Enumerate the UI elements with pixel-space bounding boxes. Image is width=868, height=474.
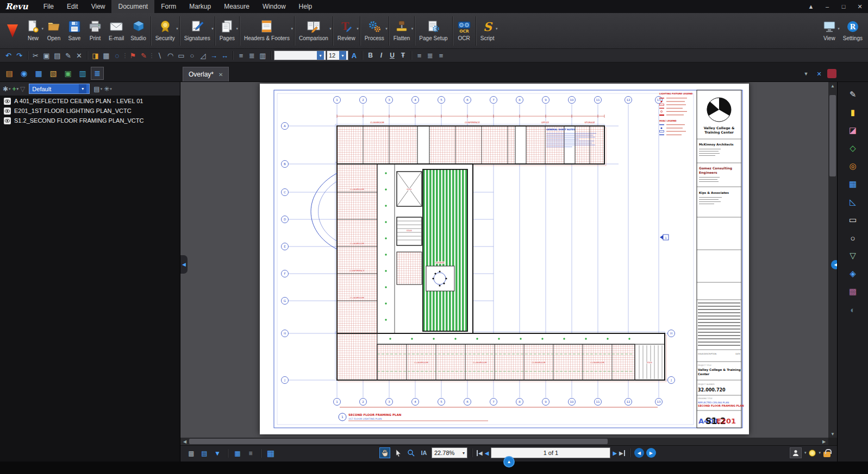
tool-chest-icon[interactable]: ◈ [846, 267, 860, 280]
settings-button[interactable]: R Settings [840, 15, 866, 47]
line-tool-button[interactable]: ∖ [154, 50, 165, 61]
red-panel-icon[interactable] [827, 69, 836, 78]
bluebeam-flame-icon[interactable] [5, 23, 20, 39]
script-button[interactable]: S ▾ Script [477, 15, 498, 47]
drag-handle[interactable]: ⋮ [123, 52, 127, 59]
signatures-button[interactable]: ▾ Signatures [181, 15, 214, 47]
dropdown-arrow-icon[interactable]: ▾ [211, 27, 214, 31]
eraser-tool-icon[interactable]: ◪ [846, 124, 860, 137]
license-lock-icon[interactable] [823, 452, 830, 457]
open-button[interactable]: Open [43, 15, 64, 47]
menu-markup[interactable]: Markup [183, 0, 217, 13]
web-tab-icon[interactable]: ◐ [846, 303, 860, 316]
zoom-tool-button[interactable] [405, 447, 416, 458]
menu-measure[interactable]: Measure [217, 0, 256, 13]
snap-lines-icon[interactable]: ≡ [245, 448, 256, 459]
vertical-scroll-thumb[interactable] [829, 95, 836, 176]
highlighter-tool-icon[interactable]: ▮ [846, 106, 860, 119]
arc-tool-button[interactable]: ◠ [165, 50, 176, 61]
layer-settings-button[interactable]: ✳▾ [104, 85, 112, 93]
format-paint-button[interactable]: ✎ [63, 50, 73, 61]
menu-form[interactable]: Form [154, 0, 183, 13]
menu-file[interactable]: File [37, 0, 60, 13]
collapse-left-panel-handle[interactable]: ◀ [180, 255, 188, 274]
filter-layers-button[interactable]: ▽ [20, 85, 25, 93]
view-button[interactable]: ▾ View [819, 15, 840, 47]
panel-tab-file-info[interactable]: ▤ [3, 67, 16, 80]
cut-button[interactable]: ✂ [30, 50, 41, 61]
dropdown-arrow-icon[interactable]: ▾ [385, 27, 388, 31]
tab-list-dropdown-icon[interactable]: ▼ [802, 69, 810, 78]
close-group-icon[interactable]: ✕ [815, 69, 823, 78]
polygon-shape-icon[interactable]: ▽ [846, 249, 860, 262]
save-button[interactable]: Save [64, 15, 85, 47]
expand-bottom-panel-button[interactable]: ▲ [503, 456, 515, 467]
layer-row[interactable]: A 401_REFLECTED CEILING PLAN - LEVEL 01 [0, 96, 180, 106]
horizontal-scrollbar[interactable]: ◀ ▶ [180, 438, 828, 445]
dropdown-arrow-icon[interactable]: ▾ [317, 51, 324, 60]
previous-page-button[interactable]: ◀ [485, 450, 489, 456]
panel-t ab-bookmarks[interactable]: ▧ [47, 67, 60, 80]
new-layer-button[interactable]: ✱▾ [3, 85, 11, 93]
next-view-button[interactable]: ▶ [646, 448, 656, 458]
pen-tool-icon[interactable]: ✎ [846, 88, 860, 101]
font-color-button[interactable]: A [349, 50, 359, 61]
document-canvas[interactable]: Valley College & Training Center McKinno… [180, 82, 828, 438]
menu-edit[interactable]: Edit [60, 0, 85, 13]
bold-button[interactable]: B [365, 50, 376, 61]
layer-visible-icon[interactable] [4, 98, 11, 105]
select-tool-button[interactable] [392, 447, 403, 458]
snapshot-button[interactable]: ◨ [90, 50, 101, 61]
layer-row[interactable]: E201_1ST FLOOR LIGHTING PLAN_VCTC [0, 106, 180, 116]
numbered-list-button[interactable]: ≡ [236, 50, 246, 61]
layer-visible-icon[interactable] [4, 108, 11, 115]
align-left-button[interactable]: ≡ [414, 50, 424, 61]
pdf-page[interactable]: Valley College & Training Center McKinno… [260, 84, 749, 434]
redo-button[interactable]: ↷ [14, 50, 24, 61]
panel-tab-layers[interactable]: ≣ [91, 67, 104, 80]
new-button[interactable]: ▾ New [23, 15, 43, 47]
font-size-select[interactable]: 12 ▾ [327, 50, 348, 60]
arrow-tool-button[interactable]: → [209, 50, 219, 61]
snap-grid-icon[interactable]: ▦ [232, 448, 243, 459]
dropdown-arrow-icon[interactable]: ▾ [236, 27, 238, 31]
revu-logo[interactable]: Revu [0, 2, 37, 11]
copy-button[interactable]: ▣ [41, 50, 52, 61]
strikethrough-button[interactable]: Ŧ [398, 50, 408, 61]
zoom-level-select[interactable]: 22.78% ▾ [432, 447, 467, 458]
panel-tab-spaces[interactable]: ▥ [76, 67, 89, 80]
rectangle-shape-icon[interactable]: ▭ [846, 213, 860, 226]
email-button[interactable]: E-mail [105, 15, 127, 47]
scroll-right-icon[interactable]: ▶ [820, 438, 828, 445]
menu-view[interactable]: View [85, 0, 112, 13]
select-text-button[interactable]: IA [419, 447, 429, 458]
layer-list-options-button[interactable]: ▤▾ [93, 85, 102, 93]
dimension-tool-button[interactable]: ↔ [220, 50, 230, 61]
drag-handle[interactable]: ⋮ [149, 52, 154, 59]
layer-visible-icon[interactable] [4, 117, 11, 124]
attachment-tool-icon[interactable]: ◎ [846, 160, 860, 173]
layer-row[interactable]: S1.2_SECOND FLOOR FRAMING PLAN_VCTC [0, 116, 180, 125]
disable-grid-icon[interactable]: ▩ [186, 448, 197, 459]
menu-document[interactable]: Document [111, 0, 154, 13]
delete-button[interactable]: ✕ [74, 50, 84, 61]
dropdown-arrow-icon[interactable]: ▾ [329, 27, 332, 31]
close-button[interactable]: ✕ [852, 0, 868, 13]
review-button[interactable]: T ▾ Review [334, 15, 359, 47]
tab-close-icon[interactable]: ✕ [218, 72, 223, 78]
dropdown-arrow-icon[interactable]: ▾ [339, 51, 346, 60]
scroll-down-icon[interactable]: ▼ [828, 430, 837, 438]
flag-markup-button[interactable]: ⚑ [128, 50, 138, 61]
pan-tool-button[interactable] [379, 447, 390, 458]
ellipse-shape-icon[interactable]: ○ [846, 231, 860, 244]
grid-mode-icon[interactable]: ▦ [265, 448, 276, 459]
document-tab-overlay[interactable]: Overlay* ✕ [183, 67, 229, 81]
page-setup-button[interactable]: Page Setup [416, 15, 451, 47]
align-right-button[interactable]: ≡ [436, 50, 446, 61]
profile-button[interactable] [790, 447, 802, 458]
dropdown-arrow-icon[interactable]: ▾ [463, 451, 465, 456]
dropdown-arrow-icon[interactable]: ▾ [411, 27, 414, 31]
plugin-icon[interactable]: ▩ [846, 285, 860, 298]
split-view-icon[interactable]: ▤ [199, 448, 210, 459]
table-tool-icon[interactable]: ▦ [846, 178, 860, 191]
